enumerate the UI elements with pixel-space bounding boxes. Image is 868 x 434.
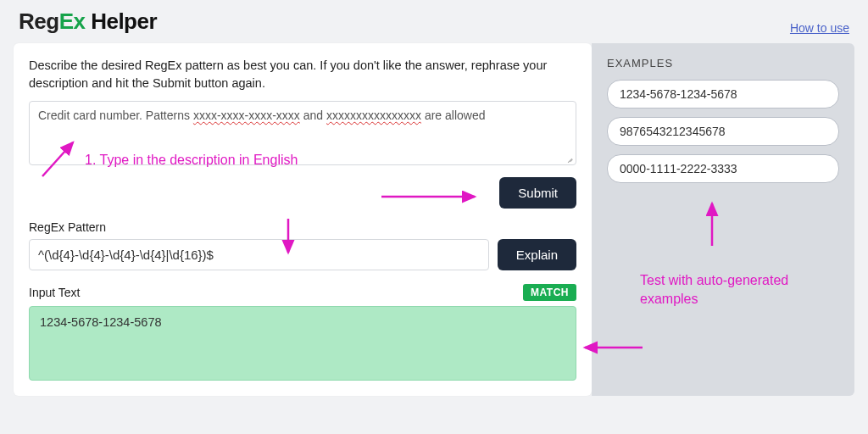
description-input[interactable]: Credit card number. Patterns xxxx-xxxx-x… <box>29 101 576 165</box>
description-text-part: and <box>300 108 326 122</box>
input-text-value: 1234-5678-1234-5678 <box>40 315 162 329</box>
description-text-part: are allowed <box>421 108 486 122</box>
logo-accent: Ex <box>59 8 86 34</box>
input-text-area[interactable]: 1234-5678-1234-5678 <box>29 306 576 381</box>
logo-prefix: Reg <box>19 8 59 34</box>
how-to-use-link[interactable]: How to use <box>790 21 849 35</box>
match-badge: MATCH <box>523 284 576 301</box>
example-item[interactable]: 9876543212345678 <box>607 117 839 146</box>
example-item[interactable]: 0000-1111-2222-3333 <box>607 154 839 183</box>
description-pattern2: xxxxxxxxxxxxxxxx <box>326 108 421 122</box>
description-text-part: Credit card number. Patterns <box>38 108 193 122</box>
example-item[interactable]: 1234-5678-1234-5678 <box>607 80 839 108</box>
instructions-text: Describe the desired RegEx pattern as be… <box>29 57 576 92</box>
app-logo: RegEx Helper <box>19 8 157 35</box>
input-text-label: Input Text <box>29 286 80 299</box>
description-pattern1: xxxx-xxxx-xxxx-xxxx <box>193 108 300 122</box>
logo-suffix: Helper <box>85 8 157 34</box>
resize-handle-icon[interactable] <box>565 154 574 163</box>
examples-panel: EXAMPLES 1234-5678-1234-5678 98765432123… <box>592 43 854 396</box>
examples-heading: EXAMPLES <box>607 57 839 70</box>
explain-button[interactable]: Explain <box>498 239 576 270</box>
regex-pattern-label: RegEx Pattern <box>29 220 576 234</box>
main-panel: Describe the desired RegEx pattern as be… <box>14 43 592 396</box>
regex-pattern-input[interactable] <box>29 239 489 270</box>
submit-button[interactable]: Submit <box>499 177 576 209</box>
